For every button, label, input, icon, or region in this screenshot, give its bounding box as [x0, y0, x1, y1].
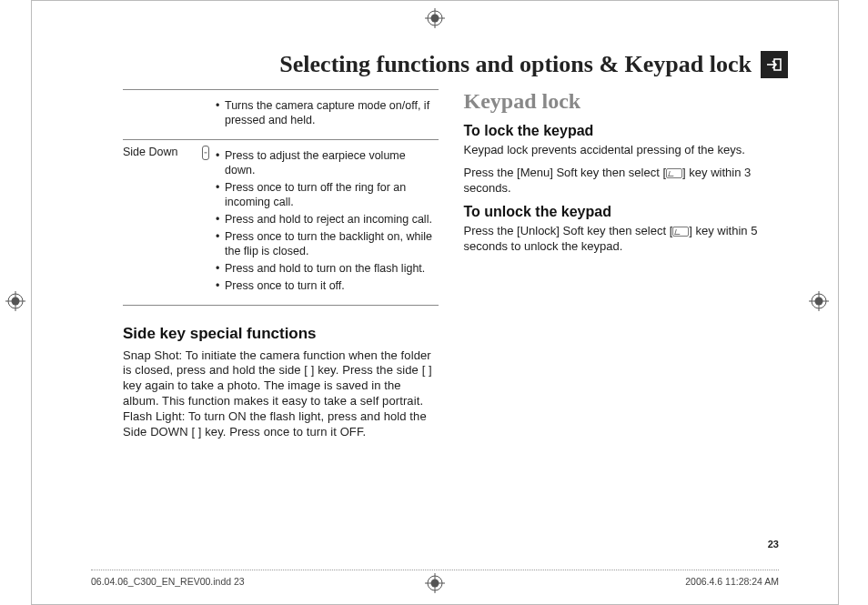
section-icon — [761, 51, 788, 78]
bullet-item: Press once to turn off the ring for an i… — [216, 180, 439, 209]
left-column: Turns the camera capture mode on/off, if… — [123, 89, 439, 522]
page-sheet: Selecting functions and options & Keypad… — [31, 0, 839, 605]
text-fragment: Press the [Unlock] Soft key then select … — [464, 224, 673, 237]
registration-mark-left — [5, 291, 25, 315]
side-down-label: Side Down — [123, 140, 196, 306]
page-title: Selecting functions and options & Keypad… — [279, 51, 752, 78]
footer-file-info: 06.04.06_C300_EN_REV00.indd 23 — [91, 576, 245, 586]
lock-keypad-intro: Keypad lock prevents accidental pressing… — [464, 143, 780, 158]
side-key-icon — [202, 146, 209, 160]
side-key-heading: Side key special functions — [123, 325, 439, 343]
footer-timestamp: 2006.4.6 11:28:24 AM — [685, 576, 779, 586]
softkey-icon — [672, 227, 689, 237]
footer: 06.04.06_C300_EN_REV00.indd 23 2006.4.6 … — [91, 570, 779, 586]
text-fragment: Press the [Menu] Soft key then select [ — [464, 166, 667, 179]
title-bar: Selecting functions and options & Keypad… — [82, 51, 788, 78]
registration-mark-right — [809, 291, 829, 315]
unlock-keypad-instruction: Press the [Unlock] Soft key then select … — [464, 224, 780, 255]
unlock-keypad-subheading: To unlock the keypad — [464, 204, 780, 220]
softkey-icon — [666, 168, 682, 178]
table-row: Turns the camera capture mode on/off, if… — [123, 90, 439, 140]
bullet-item: Press and hold to reject an incoming cal… — [216, 212, 439, 227]
lock-keypad-instruction: Press the [Menu] Soft key then select []… — [464, 166, 780, 197]
page-number: 23 — [768, 539, 779, 550]
bullet-item: Press once to turn it off. — [216, 278, 439, 293]
lock-keypad-subheading: To lock the keypad — [464, 123, 780, 139]
side-key-table: Turns the camera capture mode on/off, if… — [123, 89, 439, 307]
table-row: Side Down Press to adjust the earpiece v… — [123, 140, 439, 306]
bullet-item: Press and hold to turn on the flash ligh… — [216, 261, 439, 276]
content-area: Turns the camera capture mode on/off, if… — [123, 89, 779, 522]
bullet-item: Press to adjust the earpiece volume down… — [216, 148, 439, 177]
side-key-paragraph: Snap Shot: To initiate the camera functi… — [123, 348, 439, 440]
bullet-item: Press once to turn the backlight on, whi… — [216, 229, 439, 258]
registration-mark-top — [425, 8, 445, 32]
keypad-lock-heading: Keypad lock — [464, 89, 780, 114]
bullet-item: Turns the camera capture mode on/off, if… — [216, 98, 439, 127]
right-column: Keypad lock To lock the keypad Keypad lo… — [464, 89, 780, 522]
